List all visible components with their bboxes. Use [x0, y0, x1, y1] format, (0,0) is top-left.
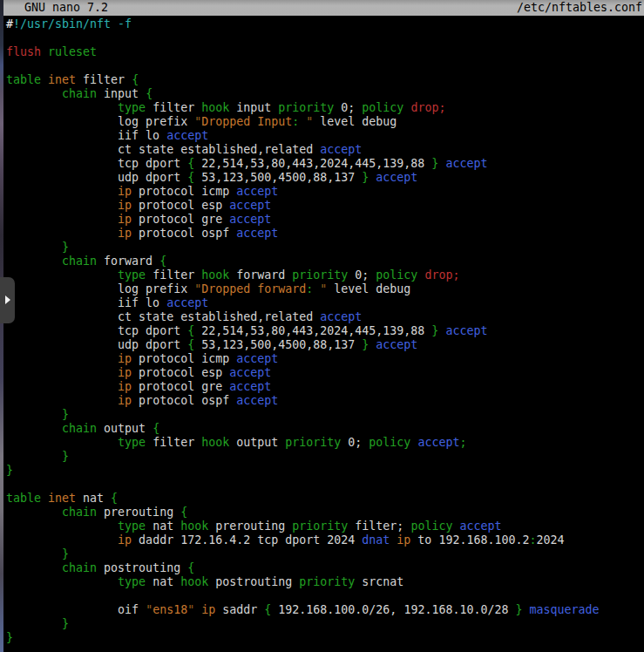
- code-line: tcp dport { 22,514,53,80,443,2024,445,13…: [6, 324, 644, 338]
- code-line: ct state established,related accept: [6, 310, 644, 324]
- code-line: table inet nat {: [6, 492, 644, 506]
- code-line: log prefix "Dropped forward: " level deb…: [6, 282, 644, 296]
- code-line: }: [6, 241, 644, 255]
- code-line: type filter hook forward priority 0; pol…: [6, 268, 644, 282]
- code-line: type filter hook input priority 0; polic…: [6, 101, 644, 115]
- code-line: log prefix "Dropped Input: " level debug: [6, 115, 644, 129]
- code-line: }: [6, 617, 644, 631]
- code-line: type filter hook output priority 0; poli…: [6, 436, 644, 450]
- code-line: iif lo accept: [6, 296, 644, 310]
- editor-content[interactable]: #!/usr/sbin/nft -fflush rulesettable ine…: [0, 17, 644, 652]
- code-line: [6, 31, 644, 45]
- code-line: oif "ens18" ip saddr { 192.168.100.0/26,…: [6, 603, 644, 617]
- code-line: iif lo accept: [6, 129, 644, 143]
- code-line: chain input {: [6, 87, 644, 101]
- expand-arrow-icon: [5, 295, 10, 304]
- code-line: type nat hook postrouting priority srcna…: [6, 575, 644, 589]
- code-line: chain postrouting {: [6, 561, 644, 575]
- code-line: udp dport { 53,123,500,4500,88,137 } acc…: [6, 338, 644, 352]
- code-line: chain output {: [6, 422, 644, 436]
- code-line: #!/usr/sbin/nft -f: [6, 17, 644, 31]
- code-line: }: [6, 464, 644, 478]
- code-line: ip protocol icmp accept: [6, 185, 644, 199]
- app-version-label: GNU nano 7.2: [10, 0, 108, 16]
- terminal-window: GNU nano 7.2 /etc/nftables.conf #!/usr/s…: [0, 0, 644, 652]
- side-panel-tab[interactable]: [0, 277, 15, 323]
- nano-titlebar: GNU nano 7.2 /etc/nftables.conf: [3, 0, 644, 16]
- code-line: }: [6, 450, 644, 464]
- code-line: table inet filter {: [6, 73, 644, 87]
- code-line: chain prerouting {: [6, 506, 644, 520]
- code-line: type nat hook prerouting priority filter…: [6, 520, 644, 533]
- code-line: [6, 59, 644, 73]
- code-line: ip protocol gre accept: [6, 380, 644, 394]
- code-line: ip daddr 172.16.4.2 tcp dport 2024 dnat …: [6, 533, 644, 547]
- code-line: ct state established,related accept: [6, 143, 644, 157]
- code-line: ip protocol esp accept: [6, 366, 644, 380]
- code-line: [6, 589, 644, 603]
- code-line: flush ruleset: [6, 45, 644, 59]
- code-line: ip protocol ospf accept: [6, 227, 644, 241]
- code-line: ip protocol ospf accept: [6, 394, 644, 408]
- code-line: [6, 478, 644, 492]
- code-line: ip protocol icmp accept: [6, 352, 644, 366]
- desktop-edge: [0, 0, 3, 652]
- code-line: tcp dport { 22,514,53,80,443,2024,445,13…: [6, 157, 644, 171]
- code-line: }: [6, 408, 644, 422]
- code-line: }: [6, 547, 644, 561]
- code-line: chain forward {: [6, 255, 644, 268]
- code-line: ip protocol esp accept: [6, 199, 644, 213]
- code-line: }: [6, 631, 644, 645]
- code-line: udp dport { 53,123,500,4500,88,137 } acc…: [6, 171, 644, 185]
- code-line: ip protocol gre accept: [6, 213, 644, 227]
- filename-label: /etc/nftables.conf: [517, 0, 642, 16]
